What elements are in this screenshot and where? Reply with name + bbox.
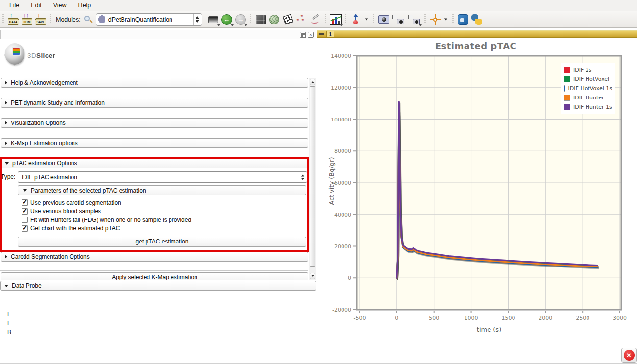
checkbox-row[interactable]: Get chart with the estimated pTAC xyxy=(22,224,191,233)
checkbox-label: Use previous carotid segmentation xyxy=(30,199,121,206)
layout-cube-icon xyxy=(256,15,266,24)
chart-icon xyxy=(330,14,342,25)
fiducials-button[interactable]: * * * xyxy=(295,12,309,27)
checkbox[interactable] xyxy=(22,199,28,206)
pencil-icon xyxy=(310,15,321,24)
legend-swatch xyxy=(564,95,570,101)
section-help-acknowledgement[interactable]: Help & Acknowledgement xyxy=(1,78,308,88)
svg-text:100000: 100000 xyxy=(331,117,351,123)
module-back-button[interactable]: ← xyxy=(220,12,234,27)
svg-text:500: 500 xyxy=(429,315,439,321)
layout-button[interactable] xyxy=(254,12,268,27)
section-parameters-ptac[interactable]: Parameters of the selected pTAC estimati… xyxy=(18,185,306,195)
menu-file[interactable]: File xyxy=(4,1,24,10)
logo-text: 3DSlicer xyxy=(27,52,55,59)
python-console-button[interactable] xyxy=(470,12,484,27)
apply-kmap-estimation-button[interactable]: Apply selected K-Map estimation xyxy=(1,272,308,280)
checkbox[interactable] xyxy=(22,208,28,215)
ptac-checkbox-group: Use previous carotid segmentationUse ven… xyxy=(22,198,191,233)
error-close-button[interactable]: × xyxy=(621,348,637,363)
section-ptac-estimation-options[interactable]: pTAC estimation Options xyxy=(1,158,308,168)
camera-icon xyxy=(378,15,389,24)
module-panel: × 3DSlicer Help & Acknowledgement PET dy… xyxy=(0,28,317,364)
svg-text:2000: 2000 xyxy=(539,315,552,321)
module-history-icon xyxy=(208,16,218,23)
section-carotid-segmentation-options[interactable]: Carotid Segmentation Options xyxy=(1,252,308,262)
crosshair-icon xyxy=(430,14,441,25)
scroll-up-icon[interactable] xyxy=(310,79,315,85)
legend-swatch xyxy=(564,67,570,73)
scroll-down-icon[interactable] xyxy=(310,273,315,279)
checkbox-label: Get chart with the estimated pTAC xyxy=(30,225,120,232)
models-button[interactable] xyxy=(268,12,281,27)
y-axis-label: Activity (Bq/gr) xyxy=(328,149,335,213)
save-button[interactable]: ↓ SAVE xyxy=(34,12,48,27)
module-puzzle-icon xyxy=(99,16,105,23)
place-fiducial-dropdown[interactable] xyxy=(363,12,370,27)
float-panel-icon[interactable] xyxy=(300,32,306,38)
checkbox[interactable] xyxy=(22,225,28,232)
module-history-button[interactable] xyxy=(206,12,220,27)
crosshair-button[interactable] xyxy=(428,12,442,27)
scene-view-button[interactable] xyxy=(391,12,406,27)
back-arrow-icon: ← xyxy=(221,14,232,25)
chart-view-button[interactable] xyxy=(329,12,343,27)
scrollbar-thumb[interactable] xyxy=(310,86,315,267)
checkbox-row[interactable]: Fit with Hunters tail (FDG) when one or … xyxy=(22,216,191,224)
svg-text:60000: 60000 xyxy=(334,180,351,186)
transforms-button[interactable] xyxy=(281,12,295,27)
legend-item: IDIF Hunter xyxy=(564,93,612,102)
module-forward-button[interactable]: → xyxy=(234,12,247,27)
menu-help[interactable]: Help xyxy=(73,1,97,10)
legend-label: IDIF HotVoxel 1s xyxy=(568,85,612,92)
module-search-icon[interactable] xyxy=(84,15,93,24)
section-visualization-options[interactable]: Visualization Options xyxy=(1,118,308,128)
get-ptac-estimation-button[interactable]: get pTAC estimation xyxy=(18,237,306,247)
checkbox[interactable] xyxy=(22,217,28,223)
chevron-down-icon xyxy=(444,19,447,21)
fiducials-icon: * * * xyxy=(296,15,307,24)
svg-text:40000: 40000 xyxy=(334,212,351,218)
svg-text:0: 0 xyxy=(395,315,398,321)
svg-text:0: 0 xyxy=(348,275,351,281)
svg-text:3000: 3000 xyxy=(613,315,627,321)
legend-label: IDIF Hunter xyxy=(573,95,604,101)
crosshair-dropdown[interactable] xyxy=(442,12,450,27)
legend-item: IDIF Hunter 1s xyxy=(564,102,612,112)
menu-edit[interactable]: Edit xyxy=(25,1,47,10)
extensions-button[interactable] xyxy=(456,12,470,27)
slicer-window: File Edit View Help ↑ DATA ↓↑ DCM ↓ SA xyxy=(0,0,637,364)
legend-item: IDIF HotVoxel xyxy=(564,74,612,84)
module-selector-combobox[interactable]: dPetBrainQuantification xyxy=(96,13,202,26)
section-kmap-estimation-options[interactable]: K-Map Estimation options xyxy=(1,138,308,148)
checkbox-row[interactable]: Use previous carotid segmentation xyxy=(22,198,191,207)
type-combo-spinner[interactable] xyxy=(298,172,307,182)
extensions-icon xyxy=(458,14,468,25)
screenshot-button[interactable] xyxy=(377,12,391,27)
toolbar-separator xyxy=(250,14,251,25)
ptac-type-combobox[interactable]: IDIF pTAC estimation xyxy=(18,171,307,183)
modules-label: Modules: xyxy=(56,16,81,23)
toolbar-separator xyxy=(424,14,426,25)
type-label: Type: xyxy=(1,173,15,180)
module-combo-spinner[interactable] xyxy=(193,14,202,25)
load-data-button[interactable]: ↑ DATA xyxy=(6,12,20,27)
place-fiducial-button[interactable] xyxy=(349,12,363,27)
restore-scene-view-button[interactable] xyxy=(406,12,422,27)
legend-label: IDIF Hunter 1s xyxy=(573,104,612,110)
svg-text:80000: 80000 xyxy=(334,148,351,154)
probe-layer-b: B xyxy=(7,329,11,336)
menu-view[interactable]: View xyxy=(48,1,72,10)
module-scroll-area: Help & Acknowledgement PET dynamic Study… xyxy=(0,78,309,280)
section-pet-dynamic-study[interactable]: PET dynamic Study and Information xyxy=(1,98,308,108)
svg-text:140000: 140000 xyxy=(331,53,351,59)
panel-scrollbar[interactable] xyxy=(309,78,316,280)
slicer-logo: 3DSlicer xyxy=(3,41,101,75)
editor-button[interactable] xyxy=(309,12,322,27)
divider xyxy=(0,270,308,271)
load-dicom-button[interactable]: ↓↑ DCM xyxy=(20,12,34,27)
section-data-probe[interactable]: Data Probe xyxy=(0,281,316,291)
ptac-type-row: Type: IDIF pTAC estimation xyxy=(1,171,308,183)
close-panel-icon[interactable]: × xyxy=(308,32,314,38)
checkbox-row[interactable]: Use venous blood samples xyxy=(22,207,191,216)
